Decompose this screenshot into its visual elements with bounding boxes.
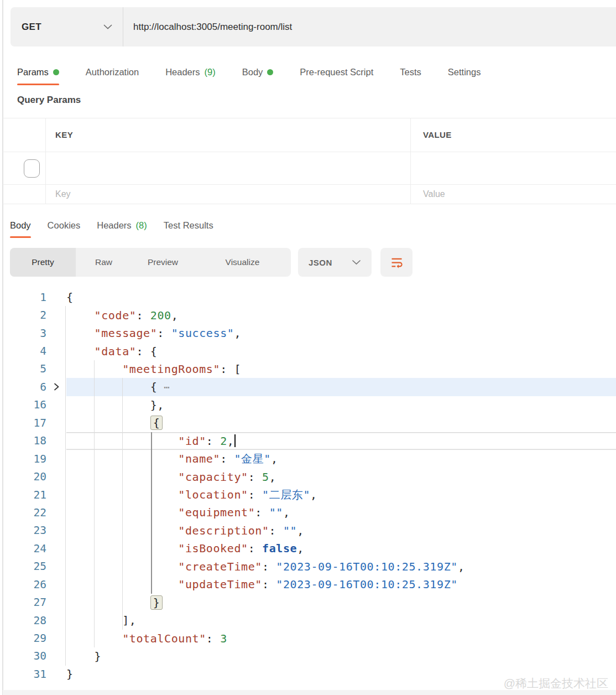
gutter: 28 <box>3 611 66 629</box>
code-text: "isBooked": false, <box>66 540 616 557</box>
tab-label: Tests <box>400 67 421 77</box>
line-number: 16 <box>3 398 46 411</box>
table-border <box>410 118 411 204</box>
gutter: 6 <box>3 378 66 396</box>
line-number: 5 <box>3 362 46 375</box>
line-number: 18 <box>3 434 46 447</box>
fold-toggle-icon[interactable] <box>46 382 66 391</box>
code-line-25: 25 "createTime": "2023-09-16T00:10:25.31… <box>3 558 616 575</box>
code-line-22: 22 "equipment": "", <box>3 504 616 521</box>
code-text: } <box>66 647 616 665</box>
table-border <box>3 204 616 204</box>
request-tabs: ParamsAuthorizationHeaders(9)BodyPre-req… <box>17 59 481 85</box>
code-text: }, <box>66 396 616 414</box>
gutter: 24 <box>3 540 66 557</box>
code-text: "name": "金星", <box>66 450 616 468</box>
code-text: "code": 200, <box>66 306 616 324</box>
request-tab-authorization[interactable]: Authorization <box>86 59 139 85</box>
code-text: } <box>66 593 616 611</box>
column-header-key: KEY <box>55 118 73 152</box>
code-line-26: 26 "updateTime": "2023-09-16T00:10:25.31… <box>3 575 616 593</box>
language-dropdown[interactable]: JSON <box>298 248 372 277</box>
gutter: 25 <box>3 558 66 575</box>
line-number: 27 <box>3 596 46 609</box>
query-params-table: KEY VALUE Key Value <box>3 118 616 204</box>
line-number: 3 <box>3 327 46 340</box>
column-header-value: VALUE <box>423 118 452 152</box>
key-placeholder-cell[interactable]: Key <box>55 184 71 204</box>
request-tab-settings[interactable]: Settings <box>448 59 481 85</box>
code-line-16: 16 }, <box>3 396 616 414</box>
tab-label: Pre-request Script <box>300 67 373 77</box>
request-tab-params[interactable]: Params <box>17 59 59 85</box>
green-dot-icon <box>267 69 273 75</box>
code-line-5: 5 "meetingRooms": [ <box>3 360 616 378</box>
response-tab-cookies[interactable]: Cookies <box>48 213 81 238</box>
line-number: 22 <box>3 506 46 519</box>
view-mode-raw[interactable]: Raw <box>76 248 132 277</box>
code-line-28: 28 ], <box>3 611 616 629</box>
line-number: 23 <box>3 524 46 537</box>
view-mode-visualize[interactable]: Visualize <box>194 248 291 277</box>
view-mode-preview[interactable]: Preview <box>132 248 194 277</box>
gutter: 23 <box>3 522 66 540</box>
response-tab-test-results[interactable]: Test Results <box>164 213 213 238</box>
code-text: ], <box>66 611 616 629</box>
request-tab-headers[interactable]: Headers(9) <box>165 59 216 85</box>
response-tab-body[interactable]: Body <box>10 213 31 238</box>
value-placeholder-cell[interactable]: Value <box>423 184 445 204</box>
code-text: "id": 2, <box>66 432 616 450</box>
table-border <box>3 152 616 152</box>
code-line-19: 19 "name": "金星", <box>3 450 616 468</box>
code-text: "totalCount": 3 <box>66 629 616 647</box>
gutter: 1 <box>3 288 66 306</box>
view-mode-pretty[interactable]: Pretty <box>10 248 76 277</box>
tab-label: Settings <box>448 67 481 77</box>
response-tab-headers[interactable]: Headers(8) <box>97 213 147 238</box>
line-number: 24 <box>3 542 46 555</box>
gutter: 3 <box>3 324 66 342</box>
code-text: "capacity": 5, <box>66 468 616 485</box>
table-border <box>3 184 616 185</box>
gutter: 20 <box>3 468 66 485</box>
gutter: 29 <box>3 629 66 647</box>
code-line-2: 2 "code": 200, <box>3 306 616 324</box>
chevron-down-icon <box>103 24 113 30</box>
code-text: {⋯ <box>66 378 616 396</box>
indent-guide <box>94 360 95 647</box>
request-tab-pre-request-script[interactable]: Pre-request Script <box>300 59 373 85</box>
tab-label: Body <box>10 220 31 231</box>
request-tab-tests[interactable]: Tests <box>400 59 421 85</box>
code-line-4: 4 "data": { <box>3 342 616 360</box>
watermark: @稀土掘金技术社区 <box>504 676 608 691</box>
param-row-checkbox[interactable] <box>24 159 40 178</box>
code-line-24: 24 "isBooked": false, <box>3 540 616 557</box>
code-line-30: 30 } <box>3 647 616 665</box>
tab-label: Authorization <box>86 67 139 77</box>
indent-guide <box>122 378 123 630</box>
line-number: 2 <box>3 309 46 321</box>
code-line-18: 18 "id": 2, <box>3 432 616 450</box>
url-input[interactable]: http://localhost:3005/meeting-room/list <box>123 7 616 46</box>
response-tabs: BodyCookiesHeaders(8)Test Results <box>10 213 213 238</box>
tab-label: Headers <box>97 220 131 231</box>
line-number: 25 <box>3 560 46 573</box>
request-tab-body[interactable]: Body <box>242 59 274 85</box>
code-text: "equipment": "", <box>66 504 616 521</box>
table-border <box>3 118 616 118</box>
tab-count-badge: (8) <box>136 220 147 231</box>
gutter: 18 <box>3 432 66 450</box>
code-text: "message": "success", <box>66 324 616 342</box>
tab-label: Headers <box>165 67 200 77</box>
code-text: { <box>66 414 616 432</box>
code-text: "updateTime": "2023-09-16T00:10:25.319Z" <box>66 575 616 593</box>
method-dropdown[interactable]: GET <box>11 7 123 46</box>
tab-count-badge: (9) <box>205 67 216 77</box>
code-text: { <box>66 288 616 306</box>
gutter: 17 <box>3 414 66 432</box>
brace-match-guide <box>151 432 152 594</box>
line-number: 4 <box>3 345 46 357</box>
wrap-text-button[interactable] <box>380 248 413 277</box>
code-text: "location": "二层东", <box>66 486 616 504</box>
line-number: 30 <box>3 650 46 662</box>
